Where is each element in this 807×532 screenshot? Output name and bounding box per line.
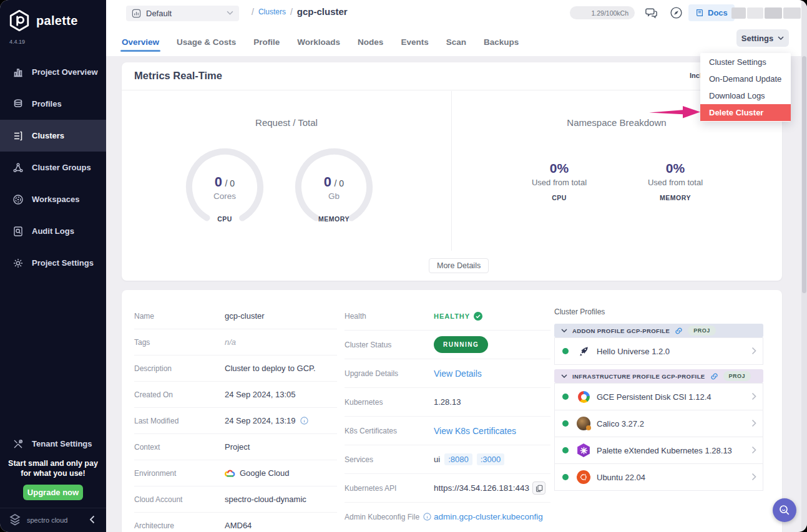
pack-name: Hello Universe 1.2.0	[597, 347, 670, 356]
menu-item-download-logs[interactable]: Download Logs	[700, 87, 791, 104]
spectro-cloud-logo-icon	[7, 513, 22, 528]
project-scope-badge: PROJ	[723, 371, 751, 381]
sidebar-item-label: Project Settings	[32, 258, 94, 268]
tab-scan[interactable]: Scan	[446, 28, 466, 56]
view-details-link[interactable]: View Details	[434, 369, 482, 379]
kubeconfig-download-link[interactable]: admin.gcp-cluster.kubeconfig	[434, 512, 543, 521]
pack-row-pxk[interactable]: Palette eXtended Kubernetes 1.28.13	[554, 437, 763, 464]
project-scope-badge: PROJ	[688, 326, 716, 336]
health-status: HEALTHY	[434, 312, 482, 321]
detail-value: n/a	[225, 337, 236, 347]
detail-label: Cloud Account	[134, 495, 225, 504]
detail-label: Upgrade Details	[345, 369, 434, 378]
detail-label: Kubernetes	[345, 398, 434, 407]
pack-row-ubuntu[interactable]: Ubuntu 22.04	[554, 464, 763, 491]
tools-icon	[12, 438, 24, 450]
more-details-button[interactable]: More Details	[429, 258, 489, 273]
chart-icon	[12, 67, 24, 78]
detail-label: Health	[345, 312, 434, 321]
menu-item-cluster-settings[interactable]: Cluster Settings	[700, 54, 791, 70]
addon-profile-section-header[interactable]: ADDON PROFILE GCP-PROFILE PROJ	[554, 324, 763, 337]
pack-row-hello-universe[interactable]: Hello Universe 1.2.0	[554, 337, 763, 365]
pack-row-calico[interactable]: Calico 3.27.2	[554, 410, 763, 437]
breadcrumb-current: gcp-cluster	[297, 6, 348, 17]
detail-row-cloud-account: Cloud Account spectro-cloud-dynamic	[134, 486, 337, 513]
info-icon[interactable]	[300, 417, 308, 425]
pack-status-dot	[562, 420, 569, 427]
api-url: https://34.54.126.181:443	[434, 483, 529, 493]
hello-universe-rocket-icon	[576, 346, 591, 357]
detail-label: Services	[345, 455, 434, 464]
tab-events[interactable]: Events	[401, 28, 428, 56]
menu-item-on-demand-update[interactable]: On-Demand Update	[700, 70, 791, 87]
sidebar-nav: Project Overview Profiles Clusters	[0, 56, 106, 279]
tab-nodes[interactable]: Nodes	[358, 28, 383, 56]
breadcrumb: / Clusters / gcp-cluster	[252, 6, 348, 17]
settings-button-label: Settings	[741, 34, 773, 43]
infrastructure-profile-section-header[interactable]: INFRASTRUCTURE PROFILE GCP-PROFILE PROJ	[554, 369, 763, 383]
sidebar-item-tenant-settings[interactable]: Tenant Settings	[0, 428, 106, 460]
sidebar-item-profiles[interactable]: Profiles	[0, 88, 106, 120]
request-total-title: Request / Total	[122, 117, 451, 128]
logo-wordmark: palette	[36, 14, 78, 28]
page-scrollbar-thumb[interactable]	[802, 56, 806, 293]
sidebar-collapse-icon[interactable]	[89, 515, 95, 524]
sidebar-item-workspaces[interactable]: Workspaces	[0, 183, 106, 215]
docs-button[interactable]: Docs	[688, 4, 735, 21]
google-cloud-icon	[225, 469, 235, 478]
promo-line2: for what you use!	[0, 468, 106, 478]
feedback-chat-button[interactable]	[644, 6, 658, 22]
tab-backups[interactable]: Backups	[484, 28, 519, 56]
service-port-link[interactable]: :8080	[444, 453, 472, 465]
service-port-link[interactable]: :3000	[477, 453, 505, 465]
detail-label: Cluster Status	[345, 341, 434, 349]
palette-hexagon-logo-icon	[7, 9, 31, 32]
palette-kubernetes-icon	[576, 443, 591, 457]
detail-label: Last Modified	[134, 417, 225, 425]
view-k8s-certificates-link[interactable]: View K8s Certificates	[434, 426, 516, 436]
doc-search-icon	[12, 226, 24, 237]
sidebar-item-project-overview[interactable]: Project Overview	[0, 56, 106, 88]
breadcrumb-link-clusters[interactable]: Clusters	[258, 7, 286, 16]
infrastructure-profile-rows: GCE Persistent Disk CSI 1.12.4 Calico 3.…	[554, 383, 763, 491]
detail-row-kubeconfig: Admin Kubeconfig File admin.gcp-cluster.…	[345, 503, 550, 531]
tab-workloads[interactable]: Workloads	[297, 28, 340, 56]
sidebar-item-project-settings[interactable]: Project Settings	[0, 247, 106, 279]
pack-name: Palette eXtended Kubernetes 1.28.13	[597, 446, 732, 455]
stat-caption: Used from total	[509, 178, 609, 187]
gauge-value-block: 0 / 0 Cores	[184, 174, 265, 201]
info-icon[interactable]	[423, 513, 431, 521]
detail-row-name: Name gcp-cluster	[134, 303, 337, 329]
app-window: palette 4.4.19 Project Overview Profiles	[0, 0, 807, 532]
chevron-right-icon	[751, 347, 756, 355]
upgrade-now-button[interactable]: Upgrade now	[23, 485, 83, 500]
sidebar-item-label: Profiles	[32, 99, 62, 109]
clusters-list-icon	[12, 130, 24, 142]
detail-label: Environment	[134, 469, 225, 478]
copy-button[interactable]	[532, 481, 545, 495]
last-modified-value: 24 Sep 2024, 13:19	[225, 416, 296, 425]
gauge-label-cpu: CPU	[184, 215, 265, 223]
detail-label: Name	[134, 312, 225, 321]
explore-button[interactable]	[670, 6, 683, 22]
sidebar-item-label: Workspaces	[32, 195, 79, 204]
sidebar-item-cluster-groups[interactable]: Cluster Groups	[0, 152, 106, 183]
detail-row-context: Context Project	[134, 434, 337, 460]
section-title: ADDON PROFILE GCP-PROFILE	[572, 327, 670, 334]
tab-overview[interactable]: Overview	[122, 28, 159, 56]
pack-row-gce-disk[interactable]: GCE Persistent Disk CSI 1.12.4	[554, 383, 763, 410]
help-search-floating-button[interactable]	[773, 498, 796, 522]
sidebar-item-clusters[interactable]: Clusters	[0, 120, 106, 152]
breadcrumb-separator: /	[252, 7, 254, 17]
tab-profile[interactable]: Profile	[253, 28, 280, 56]
sidebar-item-label: Clusters	[32, 131, 64, 140]
tab-usage-costs[interactable]: Usage & Costs	[177, 28, 236, 56]
chevron-right-icon	[751, 446, 756, 454]
detail-row-architecture: Architecture AMD64	[134, 513, 337, 532]
sidebar-tenant-settings-wrap: Tenant Settings	[0, 428, 106, 460]
project-selector[interactable]: Default	[126, 6, 239, 21]
settings-button[interactable]: Settings	[736, 29, 789, 47]
magnifier-smile-icon	[778, 504, 791, 516]
sidebar-item-audit-logs[interactable]: Audit Logs	[0, 215, 106, 247]
menu-item-delete-cluster[interactable]: Delete Cluster	[700, 104, 791, 121]
